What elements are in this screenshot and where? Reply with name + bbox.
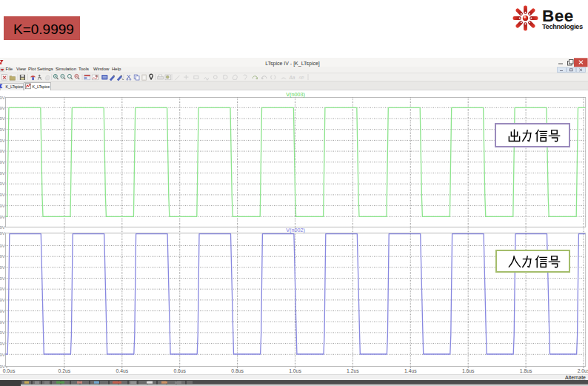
svg-text:K_LTspice: K_LTspice: [33, 84, 50, 89]
svg-text:9V: 9V: [0, 127, 6, 132]
svg-text:1.8us: 1.8us: [520, 368, 532, 373]
svg-text:2.0us: 2.0us: [578, 368, 588, 373]
svg-text:1.6us: 1.6us: [462, 368, 475, 373]
svg-text:Technologies: Technologies: [542, 22, 583, 30]
svg-text:1.4us: 1.4us: [404, 368, 417, 373]
svg-text:9V: 9V: [0, 95, 6, 100]
svg-text:0.8us: 0.8us: [231, 368, 244, 373]
svg-text:Aa: Aa: [289, 75, 295, 80]
svg-text:9V: 9V: [0, 105, 6, 110]
svg-text:V(n002): V(n002): [286, 227, 305, 233]
svg-text:1.2us: 1.2us: [347, 368, 359, 373]
svg-text:0.4us: 0.4us: [116, 368, 128, 373]
svg-text:9V: 9V: [0, 276, 6, 281]
svg-text:9V: 9V: [0, 352, 6, 357]
svg-text:.op: .op: [298, 75, 304, 79]
svg-text:K_LTspice: K_LTspice: [6, 84, 24, 89]
svg-text:0.2us: 0.2us: [59, 368, 71, 373]
svg-text:9V: 9V: [0, 148, 6, 153]
svg-text:9V: 9V: [0, 264, 6, 270]
svg-text:9V: 9V: [0, 319, 6, 325]
svg-text:9V: 9V: [0, 170, 6, 176]
svg-text:9V: 9V: [0, 224, 6, 230]
svg-text:9V: 9V: [0, 138, 6, 143]
svg-text:9V: 9V: [0, 181, 6, 186]
svg-text:9V: 9V: [0, 203, 6, 208]
svg-text:9V: 9V: [0, 297, 6, 302]
svg-text:9V: 9V: [0, 243, 6, 248]
svg-text:9V: 9V: [0, 116, 6, 121]
svg-text:9V: 9V: [0, 253, 6, 259]
svg-text:9V: 9V: [0, 159, 6, 164]
svg-text:9V: 9V: [0, 341, 6, 346]
svg-text:9V: 9V: [0, 230, 6, 236]
svg-text:0.0us: 0.0us: [3, 368, 16, 373]
svg-text:9V: 9V: [0, 330, 6, 335]
svg-text:1.0us: 1.0us: [289, 368, 301, 373]
svg-text:9V: 9V: [0, 308, 6, 313]
svg-text:9V: 9V: [0, 192, 6, 197]
svg-text:0.6us: 0.6us: [173, 368, 186, 373]
svg-text:9V: 9V: [0, 214, 6, 219]
svg-text:V(n003): V(n003): [286, 91, 305, 98]
svg-text:9V: 9V: [0, 286, 6, 291]
